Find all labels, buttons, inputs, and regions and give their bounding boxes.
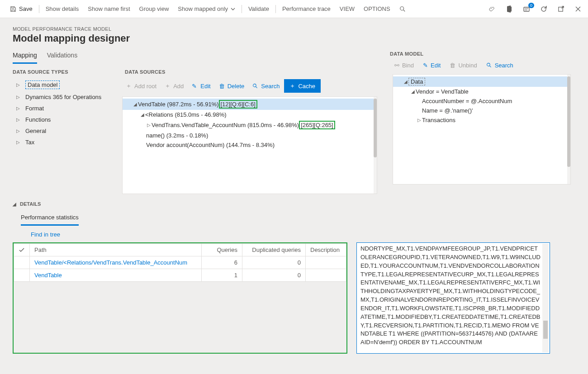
- tree-row-vendor-account[interactable]: Vendor account(AccountNum) (144.7ms - 8.…: [123, 140, 377, 150]
- toolbar-separator: [242, 5, 242, 13]
- find-in-tree-link[interactable]: Find in tree: [31, 231, 60, 238]
- caret-down-icon[interactable]: ◢: [403, 79, 408, 84]
- dm-search-button[interactable]: Search: [482, 60, 518, 71]
- dst-item-tax[interactable]: ▷ Tax: [14, 137, 118, 148]
- pencil-icon: ✎: [192, 83, 198, 90]
- attach-icon[interactable]: [488, 5, 497, 14]
- scrollbar[interactable]: [542, 244, 549, 352]
- options-button[interactable]: OPTIONS: [359, 3, 395, 15]
- tree-row-name[interactable]: name() (3.2ms - 0.18%): [123, 131, 377, 140]
- search-icon: [252, 83, 259, 89]
- sql-preview[interactable]: NDORTYPE_MX,T1.VENDPAYMFEEGROUP_JP,T1.VE…: [356, 242, 550, 354]
- dst-item-general[interactable]: ▷ General: [14, 125, 118, 137]
- svg-point-6: [253, 84, 256, 87]
- top-toolbar: Save Show details Show name first Group …: [0, 0, 588, 18]
- dst-label: Data model: [25, 80, 60, 89]
- perf-badge: [265][Q:265]: [299, 121, 335, 129]
- delete-button[interactable]: 🗑Delete: [215, 81, 248, 91]
- svg-point-0: [400, 6, 403, 10]
- group-view-button[interactable]: Group view: [135, 3, 174, 15]
- dst-item-data-model[interactable]: ▷ Data model: [14, 78, 118, 91]
- close-icon[interactable]: [574, 5, 583, 14]
- dm-edit-button[interactable]: ✎Edit: [418, 60, 445, 71]
- dm-row-name[interactable]: Name = @.'name()': [393, 106, 570, 115]
- edit-button[interactable]: ✎Edit: [188, 81, 214, 91]
- refresh-icon[interactable]: [539, 5, 548, 14]
- chevron-right-icon: ▷: [16, 140, 21, 145]
- show-name-first-button[interactable]: Show name first: [83, 3, 134, 15]
- performance-trace-button[interactable]: Performance trace: [278, 3, 335, 15]
- cache-button[interactable]: ＋Cache: [284, 79, 321, 93]
- dm-row-transactions[interactable]: ▷ Transactions: [393, 115, 570, 125]
- ds-title: DATA SOURCES: [118, 67, 380, 78]
- add-root-button[interactable]: ＋Add root: [122, 80, 160, 92]
- tree-row-vendtable[interactable]: ◢ VendTable (987.2ms - 56.91%)[12][Q:6][…: [123, 99, 377, 110]
- toolbar-search-button[interactable]: [395, 3, 410, 15]
- caret-right-icon[interactable]: ▷: [417, 118, 422, 123]
- dst-title: DATA SOURCE TYPES: [5, 67, 118, 78]
- ds-search-button[interactable]: Search: [249, 81, 283, 91]
- performance-stats-table: Path Queries Duplicated queries Descript…: [13, 242, 347, 354]
- table-row[interactable]: VendTable 1 0: [14, 269, 346, 282]
- dst-item-format[interactable]: ▷ Format: [14, 103, 118, 114]
- dst-label: Tax: [25, 139, 34, 146]
- scrollbar[interactable]: [567, 75, 570, 184]
- svg-point-8: [487, 63, 490, 66]
- dm-row-accountnumber[interactable]: AccountNumber = @.AccountNum: [393, 96, 570, 106]
- path-cell[interactable]: VendTable: [30, 269, 202, 282]
- toolbar-separator: [275, 5, 276, 13]
- save-label: Save: [19, 5, 33, 12]
- unbind-button[interactable]: 🗑Unbind: [445, 60, 481, 71]
- dup-queries-cell: 0: [242, 269, 306, 282]
- chevron-right-icon: ▷: [16, 117, 21, 122]
- messages-icon[interactable]: 0: [522, 5, 531, 14]
- bind-button[interactable]: ⚯Bind: [390, 60, 418, 71]
- add-button[interactable]: ＋Add: [161, 80, 187, 92]
- dst-label: General: [25, 128, 46, 134]
- tree-row-vendtrans[interactable]: ▷ VendTrans.VendTable_AccountNum (815.0m…: [123, 119, 377, 131]
- dm-title: DATA MODEL: [388, 49, 574, 60]
- show-mapped-only-label: Show mapped only: [178, 5, 228, 12]
- caret-down-icon[interactable]: ◢: [410, 89, 416, 94]
- scrollbar[interactable]: [374, 97, 377, 194]
- svg-line-1: [403, 9, 405, 11]
- chevron-right-icon: ▷: [16, 106, 21, 111]
- plus-icon: ＋: [165, 82, 171, 90]
- caret-right-icon[interactable]: ▷: [146, 123, 152, 128]
- col-queries[interactable]: Queries: [202, 244, 242, 256]
- tree-row-relations[interactable]: ◢ <Relations (815.0ms - 46.98%): [123, 110, 377, 119]
- dst-item-functions[interactable]: ▷ Functions: [14, 114, 118, 125]
- col-select[interactable]: [14, 244, 30, 256]
- queries-cell: 1: [202, 269, 242, 282]
- dst-label: Dynamics 365 for Operations: [25, 94, 101, 100]
- popout-icon[interactable]: [556, 5, 565, 14]
- col-description[interactable]: Description: [306, 244, 346, 256]
- search-icon: [399, 6, 406, 12]
- dst-item-d365fo[interactable]: ▷ Dynamics 365 for Operations: [14, 91, 118, 103]
- show-details-button[interactable]: Show details: [41, 3, 84, 15]
- col-path[interactable]: Path: [30, 244, 202, 256]
- caret-down-icon[interactable]: ◢: [13, 202, 16, 207]
- save-button[interactable]: Save: [5, 3, 37, 15]
- view-button[interactable]: VIEW: [335, 3, 359, 15]
- search-icon: [486, 62, 492, 68]
- show-mapped-only-button[interactable]: Show mapped only: [173, 3, 240, 15]
- chevron-right-icon: ▷: [16, 128, 21, 133]
- caret-down-icon[interactable]: ◢: [140, 112, 145, 117]
- perf-badge: [12][Q:6][C:6]: [219, 100, 257, 109]
- office-icon[interactable]: [505, 5, 514, 14]
- table-row[interactable]: VendTable/<Relations/VendTrans.VendTable…: [14, 256, 346, 269]
- tab-mapping[interactable]: Mapping: [13, 49, 37, 64]
- tab-validations[interactable]: Validations: [47, 49, 77, 64]
- path-cell[interactable]: VendTable/<Relations/VendTrans.VendTable…: [30, 256, 202, 269]
- desc-cell: [306, 269, 346, 282]
- validate-button[interactable]: Validate: [244, 3, 274, 15]
- caret-down-icon[interactable]: ◢: [133, 102, 138, 107]
- col-duplicated-queries[interactable]: Duplicated queries: [242, 244, 306, 256]
- dm-row-data[interactable]: ◢ Data: [393, 76, 570, 87]
- dm-row-vendor[interactable]: ◢ Vendor = VendTable: [393, 87, 570, 96]
- caret-spacer: [417, 99, 422, 104]
- tab-performance-statistics[interactable]: Performance statistics: [21, 211, 79, 226]
- page-title: Model mapping designer: [13, 33, 575, 44]
- svg-line-9: [489, 66, 491, 67]
